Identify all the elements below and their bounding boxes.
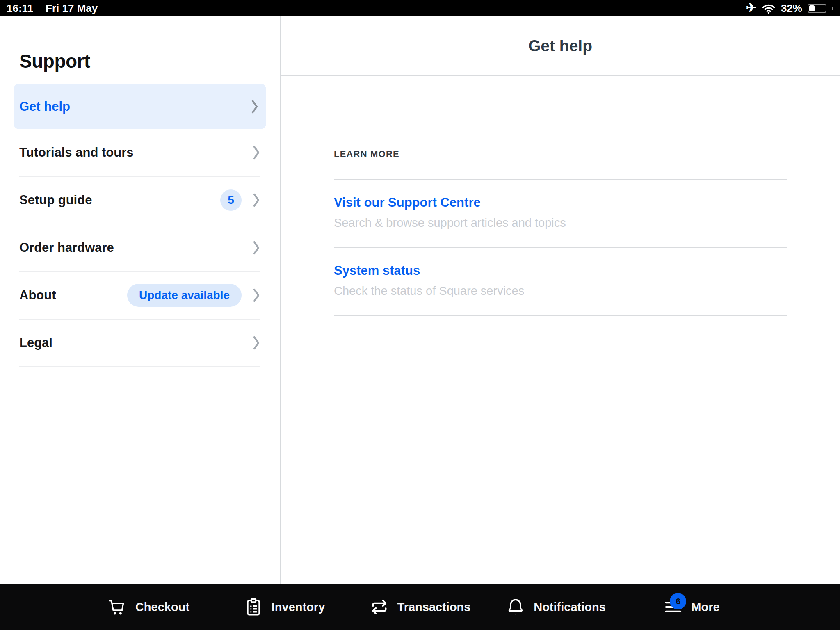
more-notification-badge: 6	[670, 593, 686, 609]
clipboard-icon	[244, 597, 263, 617]
learn-more-section-label: LEARN MORE	[334, 149, 787, 160]
chevron-right-icon	[252, 336, 260, 350]
chevron-right-icon	[252, 193, 260, 208]
sidebar-item-label: About	[19, 288, 56, 303]
link-subtitle: Check the status of Square services	[334, 284, 787, 298]
status-bar: 16:11 Fri 17 May ✈ 32%	[0, 0, 840, 16]
bell-icon	[506, 597, 525, 617]
sidebar-item-label: Order hardware	[19, 240, 114, 255]
sidebar-item-label: Tutorials and tours	[19, 145, 133, 160]
panel-header: Get help	[281, 16, 840, 76]
status-time: 16:11	[7, 2, 33, 15]
support-centre-link[interactable]: Visit our Support Centre Search & browse…	[334, 180, 787, 248]
sidebar-item-get-help[interactable]: Get help	[14, 84, 266, 129]
tab-notifications[interactable]: Notifications	[488, 584, 624, 630]
battery-percent: 32%	[781, 2, 802, 15]
sidebar-item-label: Get help	[19, 99, 70, 114]
link-title: Visit our Support Centre	[334, 195, 787, 210]
tab-label: Notifications	[534, 600, 606, 614]
tab-inventory[interactable]: Inventory	[217, 584, 352, 630]
transfer-arrows-icon	[370, 597, 389, 617]
tab-label: Transactions	[397, 600, 471, 614]
tab-more[interactable]: 6 More	[624, 584, 760, 630]
support-sidebar: Support Get help Tutorials and tours Set…	[0, 16, 281, 584]
airplane-mode-icon: ✈	[746, 2, 756, 14]
chevron-right-icon	[251, 99, 259, 114]
update-available-badge: Update available	[127, 284, 242, 307]
panel-title: Get help	[528, 37, 592, 55]
sidebar-item-legal[interactable]: Legal	[19, 320, 260, 367]
tab-checkout[interactable]: Checkout	[81, 584, 217, 630]
tab-transactions[interactable]: Transactions	[352, 584, 488, 630]
status-date: Fri 17 May	[46, 2, 98, 15]
get-help-panel: Get help LEARN MORE Visit our Support Ce…	[281, 16, 840, 584]
page-title: Support	[0, 16, 280, 72]
tab-label: Inventory	[272, 600, 325, 614]
setup-guide-count-badge: 5	[220, 189, 242, 211]
sidebar-item-tutorials-and-tours[interactable]: Tutorials and tours	[19, 129, 260, 177]
battery-nub	[832, 7, 833, 10]
chevron-right-icon	[252, 240, 260, 255]
chevron-right-icon	[252, 145, 260, 160]
sidebar-item-about[interactable]: About Update available	[19, 272, 260, 320]
system-status-link[interactable]: System status Check the status of Square…	[334, 248, 787, 316]
sidebar-item-label: Setup guide	[19, 193, 92, 208]
chevron-right-icon	[252, 288, 260, 303]
link-subtitle: Search & browse support articles and top…	[334, 216, 787, 230]
link-title: System status	[334, 263, 787, 278]
sidebar-item-label: Legal	[19, 336, 52, 350]
wifi-icon	[762, 3, 776, 14]
sidebar-item-order-hardware[interactable]: Order hardware	[19, 224, 260, 272]
sidebar-item-setup-guide[interactable]: Setup guide 5	[19, 177, 260, 224]
tab-label: Checkout	[135, 600, 189, 614]
bottom-tab-bar: Checkout Inventory Tra	[0, 584, 840, 630]
tab-label: More	[691, 600, 719, 614]
battery-icon	[808, 4, 826, 13]
cart-icon	[107, 597, 127, 617]
